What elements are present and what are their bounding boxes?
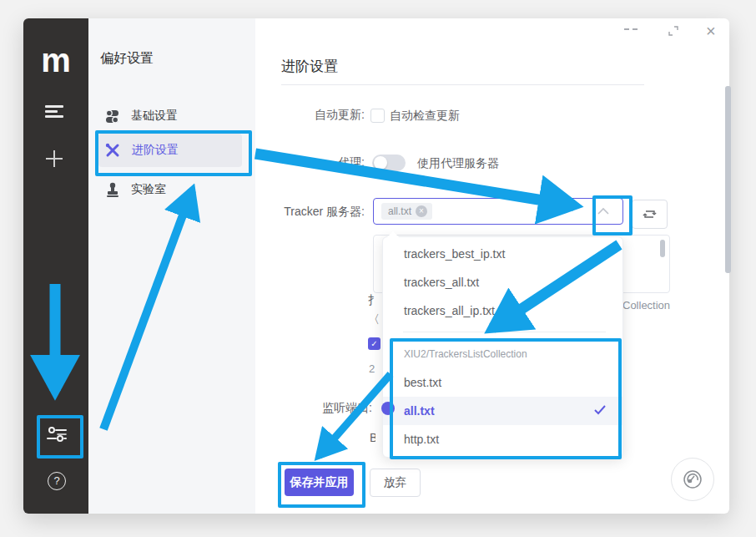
annotation-box-save (278, 462, 365, 508)
text-fragment-letter: B (370, 431, 375, 444)
minimize-button[interactable] (624, 28, 638, 30)
lab-stamp-icon (106, 182, 119, 197)
tracker-label: Tracker 服务器: (259, 205, 365, 220)
speed-limit-fab[interactable] (671, 458, 714, 501)
text-fragment-number: 2 (369, 362, 375, 375)
dropdown-option[interactable]: trackers_all.txt (383, 268, 622, 296)
hint-fragment-2: 〈 (368, 312, 380, 327)
task-list-icon[interactable] (45, 105, 63, 119)
annotation-box-preferences (37, 415, 83, 458)
speedometer-icon (681, 468, 704, 491)
auto-check-update-text[interactable]: 自动检查更新 (390, 109, 460, 124)
textarea-scrollbar[interactable] (660, 240, 665, 257)
sync-trackers-button[interactable] (632, 200, 668, 229)
discard-button[interactable]: 放弃 (370, 469, 421, 497)
close-button[interactable]: × (706, 22, 716, 41)
sidebar-item-label: 实验室 (131, 182, 166, 197)
prefs-title: 偏好设置 (100, 50, 154, 68)
maximize-button[interactable] (668, 25, 679, 37)
tag-close-icon[interactable]: × (416, 205, 427, 217)
annotation-box-dropdown-group (390, 338, 622, 459)
proxy-switch-text: 使用代理服务器 (417, 156, 499, 171)
dropdown-option[interactable]: trackers_all_ip.txt (383, 296, 622, 325)
proxy-label: 代理: (275, 155, 365, 170)
sync-checkbox-fragment[interactable]: ✓ (368, 337, 381, 350)
annotation-box-chevron (592, 195, 633, 236)
proxy-switch[interactable] (372, 155, 406, 171)
hint-fragment-1: 扌 (368, 293, 380, 308)
prefs-sidebar (88, 18, 255, 514)
auto-update-label: 自动更新: (275, 108, 365, 123)
tracker-select-input[interactable]: all.txt × (373, 198, 623, 225)
sidebar-item-label: 基础设置 (131, 109, 178, 124)
listen-port-label: 监听端口: (275, 401, 372, 416)
annotation-box-advanced (95, 130, 252, 176)
sidebar-item-lab[interactable]: 实验室 (98, 173, 242, 206)
help-icon[interactable]: ? (48, 472, 66, 490)
dropdown-arrow-tip (387, 231, 399, 237)
tracker-tag-text: all.txt (388, 205, 411, 217)
tracker-tag: all.txt × (381, 203, 432, 220)
add-task-icon[interactable] (46, 150, 63, 167)
page-title: 进阶设置 (281, 57, 338, 76)
sync-icon (643, 208, 657, 220)
toggles-icon (105, 109, 119, 124)
title-divider (281, 84, 644, 85)
dropdown-group-divider (403, 332, 606, 332)
main-scrollbar[interactable] (725, 86, 731, 273)
dropdown-option[interactable]: trackers_best_ip.txt (383, 240, 622, 268)
auto-check-update-checkbox[interactable] (370, 109, 385, 123)
motrix-logo-icon: m (37, 43, 75, 77)
sidebar-item-basic-settings[interactable]: 基础设置 (98, 99, 242, 133)
helper-text-fragment: Collection (622, 299, 670, 312)
